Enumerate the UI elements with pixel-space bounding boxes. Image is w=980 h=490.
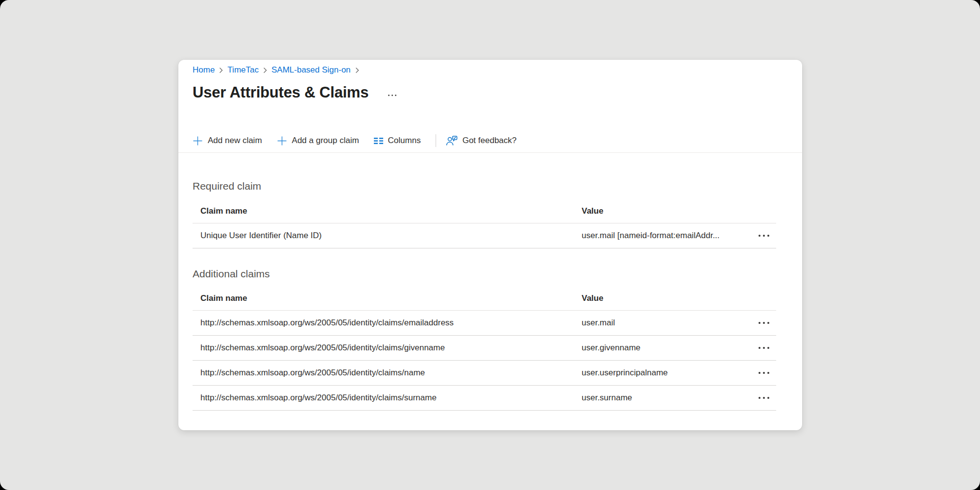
- breadcrumb-chevron-icon: [263, 67, 267, 74]
- breadcrumb-home-link[interactable]: Home: [193, 65, 215, 75]
- breadcrumb: Home TimeTac SAML-based Sign-on: [193, 65, 776, 75]
- table-row[interactable]: http://schemas.xmlsoap.org/ws/2005/05/id…: [193, 386, 776, 411]
- breadcrumb-chevron-icon: [219, 67, 223, 74]
- add-group-claim-button[interactable]: Add a group claim: [277, 136, 359, 146]
- claim-value-cell: user.userprincipalname: [582, 368, 668, 378]
- user-attributes-claims-blade: Home TimeTac SAML-based Sign-on User Att…: [178, 60, 802, 430]
- command-bar: Add new claim Add a group claim: [178, 131, 802, 153]
- row-menu-button[interactable]: [756, 336, 769, 360]
- claim-value-cell: user.givenname: [582, 343, 640, 353]
- claim-name-cell: http://schemas.xmlsoap.org/ws/2005/05/id…: [193, 393, 437, 403]
- table-row[interactable]: http://schemas.xmlsoap.org/ws/2005/05/id…: [193, 336, 776, 361]
- table-row[interactable]: http://schemas.xmlsoap.org/ws/2005/05/id…: [193, 361, 776, 386]
- column-header-claim-name: Claim name: [193, 206, 247, 216]
- breadcrumb-chevron-icon: [355, 67, 359, 74]
- row-menu-button[interactable]: [756, 386, 769, 410]
- column-header-value: Value: [582, 294, 603, 303]
- table-row[interactable]: http://schemas.xmlsoap.org/ws/2005/05/id…: [193, 311, 776, 336]
- feedback-icon: [446, 136, 458, 146]
- portal-background: Home TimeTac SAML-based Sign-on User Att…: [0, 0, 980, 490]
- claim-name-cell: http://schemas.xmlsoap.org/ws/2005/05/id…: [193, 368, 425, 378]
- plus-icon: [193, 136, 203, 146]
- table-row[interactable]: Unique User Identifier (Name ID) user.ma…: [193, 223, 776, 248]
- columns-button[interactable]: Columns: [374, 136, 421, 146]
- column-header-value: Value: [582, 206, 603, 216]
- columns-label: Columns: [388, 136, 421, 146]
- columns-icon: [374, 137, 383, 145]
- required-claim-heading: Required claim: [193, 179, 776, 193]
- got-feedback-label: Got feedback?: [463, 136, 517, 146]
- breadcrumb-saml-signon-link[interactable]: SAML-based Sign-on: [271, 65, 351, 75]
- additional-claims-table: Claim name Value http://schemas.xmlsoap.…: [193, 287, 776, 411]
- plus-icon: [277, 136, 287, 146]
- add-group-claim-label: Add a group claim: [292, 136, 359, 146]
- column-header-claim-name: Claim name: [193, 294, 247, 303]
- claim-name-cell: http://schemas.xmlsoap.org/ws/2005/05/id…: [193, 343, 445, 353]
- claim-value-cell: user.mail [nameid-format:emailAddr...: [582, 231, 720, 241]
- additional-claims-heading: Additional claims: [193, 267, 776, 281]
- row-menu-button[interactable]: [756, 361, 769, 385]
- required-claim-table: Claim name Value Unique User Identifier …: [193, 199, 776, 248]
- breadcrumb-timetac-link[interactable]: TimeTac: [227, 65, 259, 75]
- additional-claims-table-header: Claim name Value: [193, 287, 776, 311]
- page-title: User Attributes & Claims: [193, 82, 368, 103]
- claim-value-cell: user.mail: [582, 318, 615, 328]
- add-new-claim-label: Add new claim: [208, 136, 262, 146]
- required-claim-table-header: Claim name Value: [193, 199, 776, 223]
- got-feedback-button[interactable]: Got feedback?: [446, 136, 517, 146]
- claim-name-cell: http://schemas.xmlsoap.org/ws/2005/05/id…: [193, 318, 454, 328]
- add-new-claim-button[interactable]: Add new claim: [193, 136, 262, 146]
- claim-name-cell: Unique User Identifier (Name ID): [193, 231, 322, 241]
- blade-more-icon[interactable]: [386, 95, 396, 96]
- title-row: User Attributes & Claims: [193, 82, 776, 103]
- row-menu-button[interactable]: [756, 311, 769, 335]
- row-menu-button[interactable]: [756, 223, 769, 248]
- claim-value-cell: user.surname: [582, 393, 632, 403]
- toolbar-divider: [436, 134, 436, 147]
